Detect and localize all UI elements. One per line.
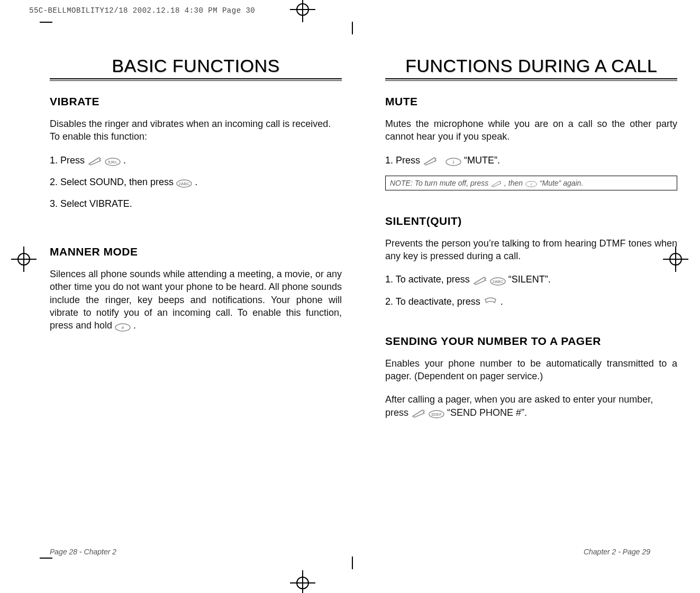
soft-key-icon [472,276,487,285]
crop-tick [352,22,353,34]
registration-mark-bottom [296,577,309,589]
text-fragment: Silences all phone sounds while attendin… [50,269,342,331]
key-hash-icon: # [115,322,131,331]
folio-left: Page 28 - Chapter 2 [50,548,116,556]
crop-tick [40,22,52,23]
text-fragment: , then [504,179,525,187]
svg-text:1: 1 [452,160,455,165]
soft-key-icon [490,180,502,187]
svg-text:1: 1 [530,183,532,186]
registration-mark-top [296,3,309,16]
soft-key-icon [423,156,438,166]
silent-step-1: 1. To activate, press 2ABC “SILENT”. [385,273,677,286]
text-fragment: 2. Select SOUND, then press [50,177,176,187]
page-title-right: FUNCTIONS DURING A CALL [385,56,677,76]
text-fragment: “Mute” again. [540,179,583,187]
svg-text:3DEF: 3DEF [431,412,442,417]
key-3-icon: 3DEF [429,409,444,417]
silent-intro: Prevents the person you’re talking to fr… [385,237,677,263]
folio-right: Chapter 2 - Page 29 [584,548,650,556]
text-fragment: 1. Press [50,155,87,166]
crop-tick [40,558,52,559]
print-meta: 55C-BELLMOBILITY12/18 2002.12.18 4:30 PM… [29,6,255,15]
key-2-icon: 2ABC [490,276,506,285]
title-underline [385,78,677,80]
text-fragment: NOTE: To turn mute off, press [390,179,490,187]
svg-text:#: # [122,325,124,330]
pager-intro: Enables your phone number to be automati… [385,357,677,383]
heading-vibrate: VIBRATE [50,95,342,108]
svg-text:2ABC: 2ABC [492,279,503,284]
text-fragment: 1. Press [385,155,423,166]
soft-key-icon [411,408,426,418]
crop-tick [352,556,353,569]
text-fragment: . [123,155,126,166]
registration-mark-center-left [17,253,30,266]
heading-pager: SENDING YOUR NUMBER TO A PAGER [385,335,677,348]
heading-manner: MANNER MODE [50,245,342,258]
title-underline [50,78,342,80]
svg-text:5JKL: 5JKL [108,160,118,165]
text-fragment: . [133,320,136,331]
text-fragment: . [195,177,197,187]
page-title-left: BASIC FUNCTIONS [50,56,342,76]
mute-note: NOTE: To turn mute off, press , then 1 “… [385,176,677,190]
text-fragment: “MUTE”. [464,155,500,166]
page-right: FUNCTIONS DURING A CALL MUTE Mutes the m… [385,40,677,430]
key-1-icon: 1 [446,157,461,165]
note-text: NOTE: To turn mute off, press , then 1 “… [390,179,583,187]
silent-step-2: 2. To deactivate, press . [385,295,677,308]
soft-key-icon [87,156,102,166]
vibrate-intro: Disables the ringer and vibrates when an… [50,117,342,143]
mute-step-1: 1. Press 1 “MUTE”. [385,154,677,167]
sheet: 55C-BELLMOBILITY12/18 2002.12.18 4:30 PM… [0,0,700,593]
vibrate-step-3: 3. Select VIBRATE. [50,197,342,211]
pager-body: After calling a pager, when you are aske… [385,393,677,419]
heading-mute: MUTE [385,95,677,108]
key-2-icon: 2ABC [176,178,192,187]
vibrate-step-2: 2. Select SOUND, then press 2ABC . [50,176,342,189]
key-1-icon: 1 [525,180,538,187]
svg-text:2ABC: 2ABC [179,181,190,186]
vibrate-step-1: 1. Press 5JKL . [50,154,342,167]
text-fragment: 1. To activate, press [385,274,472,285]
key-5-icon: 5JKL [105,157,121,165]
text-fragment: 2. To deactivate, press [385,296,483,307]
manner-body: Silences all phone sounds while attendin… [50,268,342,332]
mute-intro: Mutes the microphone while you are on a … [385,117,677,143]
text-fragment: . [501,296,503,307]
text-fragment: “SEND PHONE #”. [447,407,527,418]
page-left: BASIC FUNCTIONS VIBRATE Disables the rin… [50,40,342,343]
end-key-icon [483,297,498,307]
heading-silent: SILENT(QUIT) [385,215,677,227]
text-fragment: “SILENT”. [508,274,551,285]
